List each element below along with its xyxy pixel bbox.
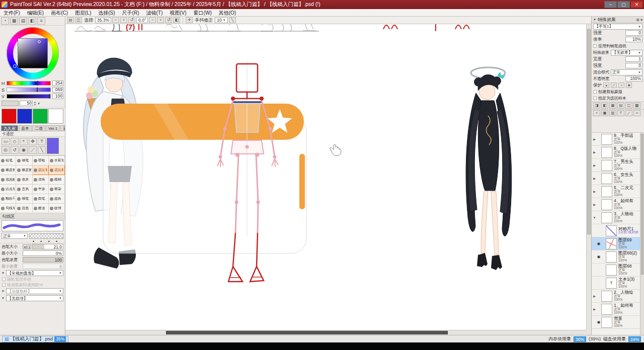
layer-expand-toggle[interactable]: ▶ bbox=[593, 307, 596, 311]
layer-opacity-input[interactable]: 100% bbox=[625, 76, 642, 81]
param-slider[interactable]: 100 bbox=[23, 257, 63, 262]
brush-item-1[interactable]: 钢笔 bbox=[16, 156, 32, 165]
menu-item-0[interactable]: 文件(F) bbox=[0, 9, 24, 17]
layer-thumbnail[interactable] bbox=[601, 186, 612, 197]
layer-thumbnail[interactable] bbox=[606, 238, 617, 249]
brush-texture-dropdown[interactable]: 【无纹理】▼ bbox=[6, 295, 63, 301]
layer-row[interactable]: 对称尺11分割·线对称 bbox=[592, 224, 640, 237]
angle-reset-button[interactable]: ↺ bbox=[165, 17, 172, 23]
layer-mode-icon[interactable]: ◨ bbox=[593, 103, 600, 109]
brush-group-label[interactable]: 勾线区 bbox=[0, 213, 65, 219]
opacity-ramp[interactable] bbox=[29, 233, 63, 239]
menu-item-7[interactable]: 视图(V) bbox=[166, 9, 190, 17]
layer-thumbnail[interactable] bbox=[601, 199, 612, 210]
hue-slider[interactable] bbox=[7, 81, 51, 85]
layer-visibility-toggle[interactable]: ◉ bbox=[596, 241, 601, 246]
layer-thumbnail[interactable] bbox=[601, 160, 612, 171]
value-slider[interactable] bbox=[7, 94, 51, 99]
line-tool-icon[interactable]: ╲ bbox=[38, 146, 46, 154]
layer-row[interactable]: ▼3、人物动正常100% bbox=[592, 211, 640, 224]
texture-strength-input[interactable]: 0 bbox=[625, 30, 642, 36]
saturation-value[interactable]: 069 bbox=[52, 87, 63, 93]
layer-properties-header[interactable]: ▼ 特殊效果 ≣ ▾ bbox=[592, 17, 644, 23]
horizontal-scroll-thumb[interactable] bbox=[166, 331, 448, 334]
layer-row[interactable]: ▶7、男生头正常100% bbox=[592, 159, 640, 172]
new-layer-icon[interactable]: + bbox=[593, 110, 600, 116]
layer-link-icon[interactable]: ◫ bbox=[625, 103, 632, 109]
hue-marker[interactable] bbox=[13, 64, 17, 68]
collapse-triangle-icon[interactable]: ▼ bbox=[2, 290, 5, 293]
hand-tool-icon[interactable]: ◉ bbox=[20, 146, 28, 154]
layer-thumbnail[interactable] bbox=[601, 134, 612, 145]
layer-thumbnail[interactable] bbox=[601, 317, 612, 328]
layer-mask-icon[interactable]: ◧ bbox=[601, 103, 608, 109]
swatch-tab-2[interactable]: 二语 bbox=[32, 125, 45, 131]
orange-scroll-pill[interactable] bbox=[299, 154, 305, 209]
panel-settings-icon[interactable]: ≡ bbox=[37, 17, 45, 25]
canvas-viewport[interactable]: (7) bbox=[65, 24, 591, 335]
color-wheel-icon[interactable]: ◔ bbox=[1, 17, 9, 25]
menu-item-9[interactable]: 其他(O) bbox=[215, 9, 239, 17]
sv-marker[interactable] bbox=[38, 40, 41, 43]
param-multiplier[interactable]: x0.1 bbox=[23, 244, 31, 249]
layer-expand-toggle[interactable]: ▶ bbox=[593, 190, 596, 193]
value-value[interactable]: 100 bbox=[52, 94, 63, 99]
layer-expand-toggle[interactable]: ▶ bbox=[593, 203, 596, 206]
layer-row[interactable]: ▶2、人物绘正常100% bbox=[592, 290, 640, 303]
color-swatch-1[interactable] bbox=[17, 109, 32, 124]
layer-thumbnail[interactable]: T bbox=[606, 278, 617, 289]
brush-item-17[interactable]: 细笔 bbox=[16, 194, 32, 204]
layer-row[interactable]: ▶4、如何有正常100% bbox=[592, 198, 640, 211]
brush-item-15[interactable]: 晕染 bbox=[49, 185, 65, 194]
layers-scroll-thumb[interactable] bbox=[641, 134, 643, 275]
menu-item-2[interactable]: 画布(C) bbox=[47, 9, 71, 17]
brush-item-5[interactable]: 橡皮擦 bbox=[16, 165, 32, 175]
layer-row[interactable]: ▶9、手部运正常100% bbox=[592, 133, 640, 146]
menu-item-8[interactable]: 窗口(W) bbox=[190, 9, 215, 17]
protect-position-icon[interactable]: ＋ bbox=[618, 82, 624, 88]
brush-item-6[interactable]: 选区笔 bbox=[33, 165, 49, 175]
layer-lock-icon[interactable]: ▩ bbox=[633, 103, 640, 109]
brush-item-23[interactable]: 纹理 bbox=[49, 204, 65, 213]
text-tool-icon[interactable]: T bbox=[38, 138, 46, 145]
rotate-cw-button[interactable]: + bbox=[157, 17, 164, 23]
document-tab[interactable]: ▤ 【线稿入门篇】.psd 35% bbox=[2, 336, 68, 342]
minimize-button[interactable]: – bbox=[604, 1, 617, 8]
brush-item-21[interactable]: 混色 bbox=[16, 204, 32, 213]
layer-row[interactable]: ◉背景正常100% bbox=[592, 316, 640, 329]
document-canvas[interactable]: (7) bbox=[65, 24, 586, 330]
rotate-ccw-button[interactable]: − bbox=[149, 17, 156, 23]
panel-options-icon[interactable]: ▾ bbox=[640, 18, 642, 22]
marquee-select-icon[interactable]: ▭ bbox=[2, 138, 10, 145]
legacy-sampling-dropdown[interactable]: 【旧版取样】▼ bbox=[6, 288, 63, 294]
maximize-button[interactable]: ▢ bbox=[617, 1, 630, 8]
option-checkbox[interactable] bbox=[2, 278, 6, 281]
layers-scrollbar[interactable] bbox=[640, 133, 644, 335]
layer-expand-toggle[interactable]: ▶ bbox=[593, 163, 596, 167]
layer-row[interactable]: ▶8、Q版人物正常100% bbox=[592, 146, 640, 159]
close-button[interactable]: ✕ bbox=[630, 1, 643, 8]
quick-value-input[interactable]: 50 bbox=[20, 101, 33, 106]
swatch-tab-4[interactable]: 晨风 bbox=[60, 125, 65, 131]
param-slider[interactable]: 21.0 bbox=[32, 244, 63, 249]
ramp-marker-icon[interactable]: ▲ bbox=[32, 239, 35, 242]
ramp-marker-icon[interactable]: ▲ bbox=[55, 239, 58, 242]
brush-item-7[interactable]: 选区擦 bbox=[49, 165, 65, 175]
brush-item-14[interactable]: 平涂 bbox=[33, 185, 49, 194]
layer-row[interactable]: ▶5、二次元正常100% bbox=[592, 185, 640, 198]
mixer-panel-icon[interactable]: ◧ bbox=[28, 17, 36, 25]
saturation-slider[interactable] bbox=[7, 88, 51, 92]
param-slider[interactable]: 0% bbox=[23, 250, 63, 256]
layer-visibility-toggle[interactable]: ◉ bbox=[596, 254, 601, 259]
swatch-subtab[interactable]: 卡通匠 bbox=[0, 131, 65, 137]
layer-thumbnail[interactable] bbox=[606, 225, 617, 236]
magic-wand-icon[interactable]: ＊ bbox=[20, 138, 28, 145]
apply-to-pen-checkbox[interactable] bbox=[593, 44, 597, 48]
menu-item-3[interactable]: 图层(L) bbox=[71, 9, 95, 17]
collapse-triangle-icon[interactable]: ▼ bbox=[2, 297, 5, 300]
layer-flatten-icon[interactable]: ▤ bbox=[617, 103, 624, 109]
horizontal-scrollbar[interactable] bbox=[65, 330, 586, 335]
ramp-marker-icon[interactable]: ▲ bbox=[48, 239, 50, 242]
layer-row[interactable]: ▶1、如何有正常100% bbox=[592, 303, 640, 316]
brush-item-16[interactable]: 颗粒马克笔 bbox=[0, 194, 16, 204]
